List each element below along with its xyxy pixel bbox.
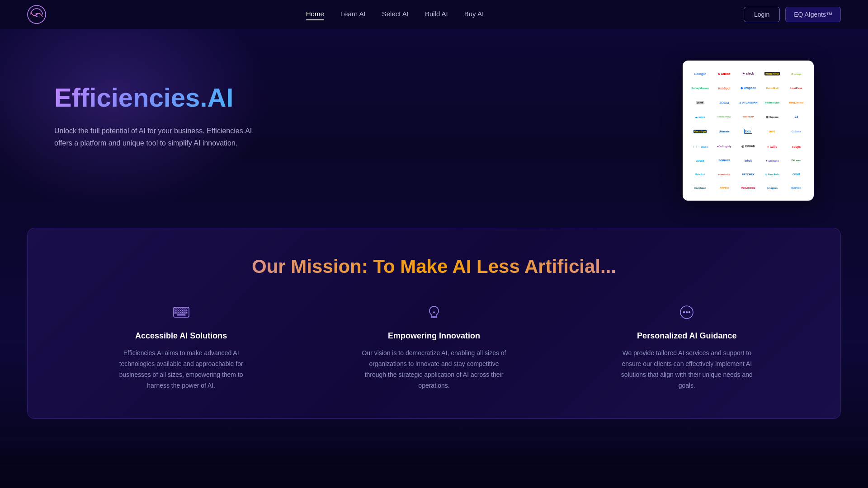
- brand-knowbe4: KnowBe4: [765, 86, 780, 90]
- guidance-desc: We provide tailored AI services and supp…: [614, 348, 759, 391]
- brand-zoom: ZOOM: [718, 100, 730, 105]
- brand-cvent: cvent: [791, 172, 802, 177]
- logo-icon: ε: [27, 5, 46, 24]
- brand-hubspot: HubSpot: [717, 86, 731, 91]
- brand-rapidd: RAPIDI): [790, 186, 802, 190]
- login-button[interactable]: Login: [744, 7, 780, 22]
- brand-anaplan: Anaplan: [765, 186, 779, 190]
- brand-square: ▣ Square: [764, 114, 780, 119]
- svg-text:ε: ε: [35, 11, 38, 18]
- svg-point-43: [689, 312, 690, 313]
- svg-rect-17: [176, 308, 178, 309]
- brand-gsuite: G Suite: [790, 129, 802, 134]
- brand-dropbox: ◆ Dropbox: [739, 85, 757, 91]
- brand-newrelic: ◇ New Relic: [764, 172, 781, 177]
- chat-icon: [675, 300, 698, 324]
- keyboard-icon: [170, 300, 193, 324]
- brand-freshservice: freshservice: [764, 100, 781, 105]
- brand-box: box: [743, 128, 754, 135]
- mission-section: Our Mission: To Make AI Less Artificial.…: [27, 228, 841, 419]
- brand-j2: J2: [793, 114, 800, 119]
- mission-card-innovation: Empowering Innovation Our vision is to d…: [316, 300, 551, 391]
- brand-coupa: coupa: [791, 144, 802, 149]
- svg-point-41: [684, 312, 685, 313]
- brand-workday: workday: [741, 114, 755, 119]
- brand-intuit: intuit: [743, 158, 753, 163]
- brand-slack: ✦ slack: [741, 71, 755, 76]
- hero-text: Efficiencies.AI Unlock the full potentia…: [54, 56, 262, 149]
- header: ε Home Learn AI Select AI Build AI Buy A…: [0, 0, 868, 29]
- brand-zuora: zuora: [695, 158, 705, 163]
- brand-google: Google: [693, 71, 708, 77]
- brand-adobe: A Adobe: [717, 71, 732, 76]
- header-actions: Login EQ AIgents™: [744, 7, 841, 22]
- brands-card: Google A Adobe ✦ slack mailchimp ✿ shopi…: [683, 61, 814, 201]
- nav-build-ai[interactable]: Build AI: [425, 10, 448, 19]
- mission-card-guidance: Personalized AI Guidance We provide tail…: [570, 300, 804, 391]
- nav-home[interactable]: Home: [306, 10, 324, 19]
- brand-atlassian: ▲ ATLASSIAN: [737, 100, 759, 105]
- brand-blackbaud: blackbaud: [693, 186, 708, 190]
- brand-servicenow: servicenow: [716, 114, 732, 119]
- brand-eventbrite: eventbrite: [717, 172, 731, 177]
- brand-mailchimp: mailchimp: [763, 71, 781, 76]
- svg-point-42: [686, 312, 688, 313]
- hero-description: Unlock the full potential of AI for your…: [54, 125, 262, 149]
- footer-space: [0, 437, 868, 464]
- nav-select-ai[interactable]: Select AI: [382, 10, 409, 19]
- brand-gobrightly: ●GoBrightly: [716, 144, 733, 149]
- brand-shopify: ✿ shopi: [790, 71, 803, 76]
- brand-twilio: ● twilio: [766, 144, 778, 149]
- svg-rect-21: [185, 308, 187, 309]
- innovation-desc: Our vision is to democratize AI, enablin…: [362, 348, 506, 391]
- hero-title: Efficiencies.AI: [54, 83, 262, 112]
- brand-jamf: jamf: [694, 100, 705, 105]
- lightbulb-icon: [422, 300, 446, 324]
- brand-bill: Bill.com: [790, 158, 802, 163]
- brand-ultimate: Ultimate: [717, 129, 731, 134]
- mission-title: Our Mission: To Make AI Less Artificial.…: [64, 255, 804, 278]
- logo-area[interactable]: ε: [27, 5, 46, 24]
- brand-aws: aws: [768, 129, 777, 134]
- svg-rect-19: [181, 308, 183, 309]
- brand-paychex: PAYCHEX: [741, 172, 756, 177]
- mission-card-accessible: Accessible AI Solutions Efficiencies.AI …: [64, 300, 298, 391]
- main-nav: Home Learn AI Select AI Build AI Buy AI: [306, 10, 484, 19]
- eq-aigents-button[interactable]: EQ AIgents™: [785, 7, 841, 22]
- brand-lastpass: LastPass: [789, 86, 803, 90]
- svg-rect-16: [174, 308, 176, 309]
- brand-cisco: ⋮⋮⋮ cisco: [691, 144, 709, 149]
- brand-salesforce: ☁ sales: [693, 114, 707, 119]
- innovation-title: Empowering Innovation: [388, 331, 480, 341]
- hero-section: Efficiencies.AI Unlock the full potentia…: [0, 29, 868, 219]
- brand-marketo: ✦ Marketo: [764, 158, 780, 163]
- accessible-ai-desc: Efficiencies.AI aims to make advanced AI…: [109, 348, 254, 391]
- svg-rect-18: [179, 308, 180, 309]
- brand-mulesoft: MuleSoft: [693, 172, 707, 177]
- brand-surveymonkey: SurveyMonkey: [690, 86, 710, 90]
- accessible-ai-title: Accessible AI Solutions: [135, 331, 227, 341]
- nav-buy-ai[interactable]: Buy AI: [464, 10, 484, 19]
- brand-veracode: VERACODE: [740, 186, 756, 190]
- guidance-title: Personalized AI Guidance: [637, 331, 736, 341]
- svg-rect-20: [183, 308, 185, 309]
- nav-learn-ai[interactable]: Learn AI: [340, 10, 366, 19]
- brand-sophos: SOPHOS: [717, 158, 731, 163]
- brand-apptio: APPTIO: [718, 186, 730, 190]
- brand-ringcentral: RingCentral: [788, 100, 805, 105]
- brand-docusign: DocuSign: [692, 129, 708, 134]
- mission-grid: Accessible AI Solutions Efficiencies.AI …: [64, 300, 804, 391]
- brand-github: ◎ GitHub: [740, 144, 756, 149]
